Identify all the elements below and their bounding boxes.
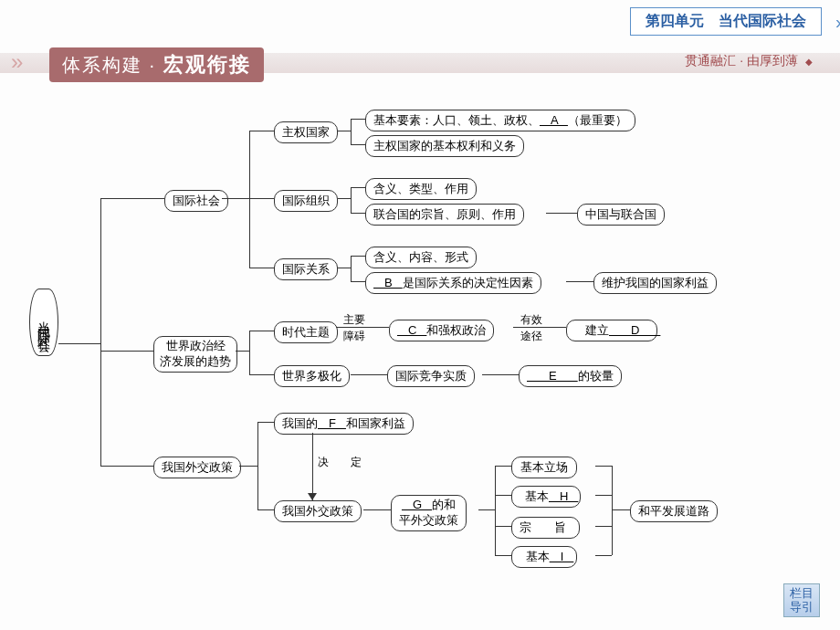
text: 和强权政治 [426, 323, 486, 337]
connector [495, 526, 511, 527]
connector [239, 466, 257, 467]
leaf-rights-duties: 主权国家的基本权利和义务 [365, 135, 524, 157]
chevron-right-icon: » [835, 12, 838, 33]
connector [257, 509, 274, 510]
label-obstacle-top: 主要 [343, 312, 365, 328]
connector [482, 374, 519, 375]
node-multipolar: 世界多极化 [274, 365, 350, 387]
connector [351, 256, 352, 281]
connector [595, 466, 612, 467]
leaf-national-interest: 维护我国的国家利益 [593, 272, 717, 294]
leaf-c-power-politics: C 和强权政治 [389, 320, 494, 341]
blank-b: B [373, 276, 403, 289]
connector [351, 213, 365, 214]
connector [312, 433, 313, 500]
connector [351, 374, 387, 375]
connector [546, 213, 577, 214]
connector [100, 351, 153, 352]
text: 和国家利益 [346, 416, 405, 430]
section-title: 体系构建 · 宏观衔接 [49, 47, 264, 82]
connector [338, 198, 351, 199]
connector [351, 119, 352, 144]
title-big: 宏观衔接 [163, 53, 251, 76]
label-determine: 决 定 [318, 455, 367, 470]
connector [495, 466, 511, 467]
text: 基本 [526, 550, 550, 563]
text: 建立 [585, 323, 609, 337]
label-obstacle-bot: 障碍 [343, 329, 365, 344]
connector [351, 281, 365, 282]
connector [58, 343, 100, 344]
leaf-org-meaning: 含义、类型、作用 [365, 178, 477, 200]
connector [595, 526, 612, 527]
label-way-bot: 途径 [520, 329, 542, 344]
label-way-top: 有效 [520, 312, 542, 328]
connector [363, 509, 391, 510]
connector [495, 466, 496, 555]
connector [249, 198, 274, 199]
concept-map: 当代国际社会 国际社会 世界政治经济发展的趋势 我国外交政策 主权国家 国际组织… [0, 91, 840, 566]
node-intl-org: 国际组织 [274, 190, 338, 212]
branch-world-trends: 世界政治经济发展的趋势 [153, 336, 237, 373]
connector [236, 351, 249, 352]
blank-i: I [550, 550, 574, 563]
text: 的较量 [578, 369, 614, 383]
node-intl-relations: 国际关系 [274, 258, 338, 280]
connector [100, 198, 101, 467]
connector [612, 509, 630, 510]
connector [257, 422, 258, 509]
leaf-basic-h: 基本 H [511, 486, 581, 508]
chevron-right-icon: » [11, 49, 14, 75]
connector [249, 131, 250, 268]
unit-header: 第四单元 当代国际社会 [630, 7, 822, 36]
connector [495, 495, 511, 496]
connector [595, 555, 612, 556]
leaf-un-purpose: 联合国的宗旨、原则、作用 [365, 204, 524, 226]
connector [478, 509, 495, 510]
node-competition-essence: 国际竞争实质 [387, 365, 475, 387]
connector [100, 198, 164, 199]
connector [351, 119, 365, 120]
leaf-peace-dev-road: 和平发展道路 [630, 500, 718, 522]
nav-index-button[interactable]: 栏目导引 [783, 583, 820, 617]
section-subtitle: 贯通融汇 · 由厚到薄 ◆ [685, 53, 813, 69]
blank-d: D [609, 323, 660, 337]
node-foreign-policy-child: 我国外交政策 [274, 500, 362, 522]
text: 我国的 [282, 416, 318, 430]
leaf-china-un: 中国与联合国 [577, 204, 665, 226]
connector [249, 131, 274, 131]
connector [595, 495, 612, 496]
diamond-icon: ◆ [805, 57, 813, 67]
leaf-basic-stance: 基本立场 [511, 457, 577, 478]
connector [338, 131, 351, 131]
blank-f: F [318, 416, 346, 430]
connector [612, 466, 613, 555]
connector [249, 374, 274, 375]
leaf-basic-elements: 基本要素：人口、领土、政权、 A （最重要） [365, 110, 635, 131]
connector [338, 268, 351, 268]
connector [249, 331, 250, 374]
subtitle-text: 贯通融汇 · 由厚到薄 [685, 53, 798, 68]
node-era-theme: 时代主题 [274, 321, 338, 343]
node-sovereign-state: 主权国家 [274, 121, 338, 143]
leaf-rel-meaning: 含义、内容、形式 [365, 247, 477, 268]
leaf-rel-determinant: B 是国际关系的决定性因素 [365, 272, 541, 294]
leaf-e-contest: E 的较量 [519, 365, 622, 387]
text: 基本要素：人口、领土、政权、 [373, 113, 540, 127]
connector [351, 187, 352, 213]
text: 是国际关系的决定性因素 [403, 276, 533, 289]
blank-e: E [527, 369, 578, 383]
connector [513, 327, 566, 328]
connector [351, 256, 365, 257]
leaf-basic-i: 基本 I [511, 546, 577, 568]
connector [495, 555, 511, 556]
connector [100, 466, 153, 467]
text: 平外交政策 [399, 513, 458, 527]
connector [351, 187, 365, 188]
leaf-f-national-interest: 我国的 F 和国家利益 [274, 413, 414, 435]
connector [222, 198, 249, 199]
connector [336, 327, 389, 328]
blank-c: C [397, 323, 426, 337]
text: 基本 [525, 489, 549, 503]
blank-a: A [540, 113, 568, 127]
